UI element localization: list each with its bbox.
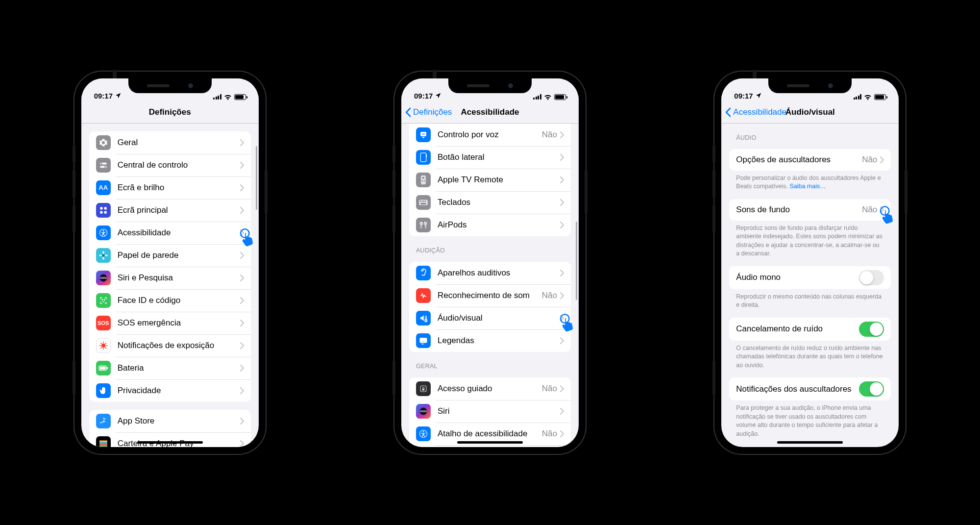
chevron-right-icon — [560, 337, 564, 344]
svg-line-24 — [100, 343, 102, 344]
row-label: Opções de auscultadores — [736, 155, 862, 165]
learn-more-link[interactable]: Saiba mais… — [789, 183, 826, 190]
scroll-indicator — [576, 222, 577, 300]
settings-row[interactable]: Controlo por vozNão — [409, 124, 571, 146]
section-footer: Reproduz sons de fundo para disfarçar ru… — [729, 221, 891, 258]
row-label: Papel de parede — [118, 250, 240, 260]
settings-row[interactable]: Definições por aplicação — [409, 445, 571, 447]
svg-line-25 — [105, 347, 106, 349]
settings-row[interactable]: Geral — [89, 131, 251, 154]
section-header: ÁUDIO — [729, 124, 891, 144]
location-icon — [115, 92, 122, 99]
svg-rect-34 — [99, 445, 107, 447]
settings-row[interactable]: Sons de fundoNão — [729, 199, 891, 221]
settings-row[interactable]: Reconhecimento de somNão — [409, 284, 571, 307]
location-icon — [435, 92, 441, 99]
settings-row[interactable]: Opções de auscultadoresNão — [729, 149, 891, 171]
svg-point-12 — [102, 251, 104, 254]
grid-icon — [96, 203, 111, 218]
settings-row[interactable]: SOSSOS emergência — [89, 312, 251, 334]
airpods-icon — [416, 218, 431, 232]
settings-row[interactable]: Siri — [409, 400, 571, 423]
settings-row[interactable]: Acesso guiadoNão — [409, 377, 571, 400]
toggle-switch[interactable] — [859, 270, 884, 285]
back-button[interactable]: Definições — [401, 107, 452, 117]
row-label: Siri e Pesquisa — [118, 273, 240, 283]
chevron-right-icon — [240, 440, 244, 447]
chevron-right-icon — [880, 206, 884, 213]
settings-row[interactable]: Siri e Pesquisa — [89, 267, 251, 289]
svg-point-18 — [104, 299, 105, 300]
toggle-switch[interactable] — [859, 381, 884, 397]
wifi-icon — [544, 94, 552, 100]
settings-row[interactable]: Ecrã principal — [89, 199, 251, 222]
settings-row[interactable]: Áudio/visual — [409, 307, 571, 329]
settings-row[interactable]: Papel de parede — [89, 244, 251, 267]
settings-row[interactable]: Face ID e código — [89, 289, 251, 312]
home-indicator[interactable] — [457, 441, 523, 444]
chevron-right-icon — [560, 131, 564, 138]
home-indicator[interactable] — [777, 441, 843, 444]
switches-icon — [96, 158, 111, 173]
chevron-right-icon — [240, 387, 244, 394]
status-time: 09:17 — [414, 92, 433, 100]
settings-row[interactable]: Notificações de exposição — [89, 334, 251, 357]
section-header: GERAL — [409, 352, 571, 373]
row-label: Sons de fundo — [736, 205, 862, 215]
svg-rect-48 — [420, 200, 421, 201]
settings-row[interactable]: Áudio mono — [729, 266, 891, 289]
notch — [768, 78, 852, 93]
keyboard-icon — [416, 195, 431, 210]
settings-row[interactable]: App Store — [89, 410, 251, 432]
phone-frame-2: 09:17 Definições Acessibilidade Controlo… — [394, 72, 586, 454]
svg-line-27 — [105, 343, 106, 344]
row-label: Geral — [118, 138, 240, 148]
settings-row[interactable]: Carteira e Apple Pay — [89, 432, 251, 447]
remote-icon — [416, 173, 431, 187]
row-label: Botão lateral — [438, 152, 560, 162]
svg-point-14 — [99, 254, 102, 256]
row-label: Face ID e código — [118, 296, 240, 305]
chevron-right-icon — [240, 207, 244, 214]
svg-point-19 — [101, 343, 105, 347]
siri-icon — [416, 404, 431, 419]
svg-point-44 — [422, 176, 424, 178]
row-label: Cancelamento de ruído — [736, 324, 859, 334]
svg-rect-43 — [421, 175, 426, 184]
section-footer: O cancelamento de ruído reduz o ruído am… — [729, 341, 891, 370]
settings-row[interactable]: Botão lateral — [409, 146, 571, 169]
home-indicator[interactable] — [137, 441, 203, 444]
svg-point-66 — [423, 431, 424, 432]
row-label: Notificações de exposição — [118, 341, 240, 350]
settings-row[interactable]: Privacidade — [89, 379, 251, 402]
settings-row[interactable]: Bateria — [89, 357, 251, 379]
settings-row[interactable]: Aparelhos auditivos — [409, 262, 571, 284]
location-icon — [755, 92, 762, 99]
nav-bar: Definições Acessibilidade — [401, 102, 579, 124]
settings-row[interactable]: …Legendas — [409, 329, 571, 352]
svg-rect-29 — [99, 366, 105, 369]
settings-row[interactable]: Central de controlo — [89, 154, 251, 176]
chevron-right-icon — [240, 184, 244, 191]
row-label: Teclados — [438, 198, 560, 207]
settings-row[interactable]: Cancelamento de ruído — [729, 318, 891, 341]
svg-point-3 — [104, 166, 106, 167]
svg-rect-30 — [107, 367, 108, 369]
settings-row[interactable]: AAEcrã e brilho — [89, 176, 251, 199]
settings-row[interactable]: Acessibilidade — [89, 222, 251, 244]
settings-row[interactable]: Notificações dos auscultadores — [729, 377, 891, 400]
settings-row[interactable]: Apple TV Remote — [409, 169, 571, 191]
svg-rect-5 — [104, 207, 106, 209]
toggle-switch[interactable] — [859, 322, 884, 337]
settings-row[interactable]: Teclados — [409, 191, 571, 214]
svg-point-58 — [425, 320, 426, 321]
settings-group: Áudio mono — [729, 266, 891, 289]
back-button[interactable]: Acessibilidade — [721, 107, 786, 117]
settings-row[interactable]: AirPods — [409, 214, 571, 236]
status-time: 09:17 — [734, 92, 753, 100]
row-label: Acessibilidade — [118, 228, 240, 238]
row-value: Não — [542, 130, 557, 140]
svg-rect-54 — [420, 225, 422, 228]
chevron-right-icon — [560, 385, 564, 392]
chevron-right-icon — [240, 320, 244, 326]
